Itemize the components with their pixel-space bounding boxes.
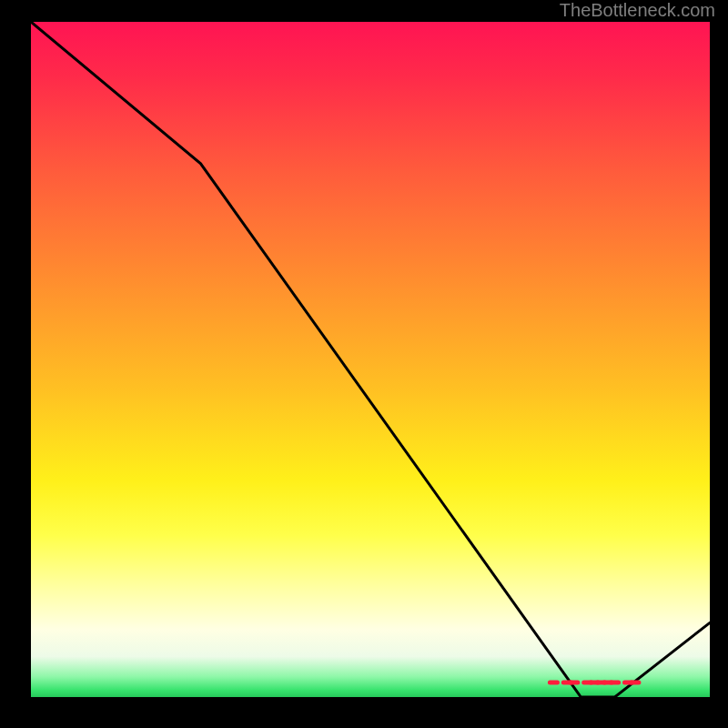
plot-area: [31, 22, 710, 697]
chart-container: TheBottleneck.com: [0, 0, 728, 728]
watermark: TheBottleneck.com: [560, 0, 715, 21]
bottleneck-curve: [31, 22, 710, 697]
bottleneck-curve-svg: [31, 22, 710, 697]
